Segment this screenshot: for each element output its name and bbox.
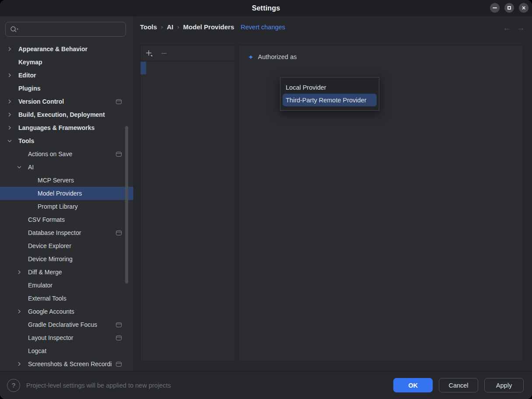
maximize-icon <box>508 6 511 10</box>
window-controls: × <box>490 3 528 13</box>
chevron-toggle[interactable] <box>17 164 28 170</box>
apply-button[interactable]: Apply <box>484 378 524 392</box>
sidebar-item-layout-inspector[interactable]: Layout Inspector <box>0 331 133 344</box>
sidebar-item-label: Prompt Library <box>38 203 78 210</box>
close-button[interactable]: × <box>519 3 528 13</box>
sidebar-item-label: Languages & Frameworks <box>18 124 94 131</box>
chevron-down-icon <box>17 164 22 170</box>
chevron-down-icon <box>7 138 12 144</box>
chevron-toggle[interactable] <box>17 270 28 275</box>
minus-icon <box>161 50 168 57</box>
remove-provider-button[interactable] <box>160 49 168 57</box>
add-provider-button[interactable] <box>145 49 153 57</box>
sidebar-item-label: Google Accounts <box>28 308 74 315</box>
ok-button[interactable]: OK <box>393 378 433 392</box>
sidebar-item-label: Gradle Declarative Focus <box>28 321 97 328</box>
settings-sidebar: Appearance & BehaviorKeymapEditorPlugins… <box>0 16 134 371</box>
project-settings-icon <box>116 336 122 340</box>
sidebar-item-label: MCP Servers <box>38 177 74 184</box>
sidebar-item-label: Device Explorer <box>28 242 71 249</box>
sidebar-item-label: AI <box>28 164 34 171</box>
breadcrumb-model-providers[interactable]: Model Providers <box>183 23 234 31</box>
sidebar-item-label: Actions on Save <box>28 150 72 158</box>
chevron-toggle[interactable] <box>7 99 18 104</box>
sidebar-item-diff-merge[interactable]: Diff & Merge <box>0 266 133 279</box>
breadcrumb-tools[interactable]: Tools <box>140 23 157 31</box>
revert-changes-link[interactable]: Revert changes <box>241 24 285 31</box>
sidebar-item-version-control[interactable]: Version Control <box>0 95 133 108</box>
sidebar-item-logcat[interactable]: Logcat <box>0 344 133 357</box>
sidebar-item-label: Version Control <box>18 98 64 105</box>
sidebar-item-label: Diff & Merge <box>28 269 62 276</box>
chevron-toggle[interactable] <box>7 112 18 117</box>
chevron-toggle[interactable] <box>7 138 18 144</box>
search-icon <box>10 26 19 33</box>
sidebar-item-csv-formats[interactable]: CSV Formats <box>0 213 133 226</box>
sidebar-item-label: Emulator <box>28 282 52 289</box>
breadcrumb-separator-icon: › <box>177 24 179 30</box>
sidebar-item-label: Build, Execution, Deployment <box>18 111 105 118</box>
sidebar-item-plugins[interactable]: Plugins <box>0 82 133 95</box>
sidebar-item-device-mirroring[interactable]: Device Mirroring <box>0 252 133 266</box>
sidebar-item-actions-on-save[interactable]: Actions on Save <box>0 147 133 161</box>
sidebar-item-ai[interactable]: AI <box>0 161 133 174</box>
sidebar-item-tools[interactable]: Tools <box>0 134 133 147</box>
chevron-toggle[interactable] <box>17 309 28 314</box>
sidebar-item-editor[interactable]: Editor <box>0 69 133 82</box>
sidebar-item-label: Layout Inspector <box>28 334 74 341</box>
sidebar-item-prompt-library[interactable]: Prompt Library <box>0 200 133 213</box>
sidebar-item-label: Database Inspector <box>28 229 81 236</box>
authorized-row: ✦ Authorized as <box>239 46 523 60</box>
back-arrow-icon[interactable]: ← <box>503 22 511 34</box>
cancel-button[interactable]: Cancel <box>439 378 478 392</box>
sidebar-item-label: External Tools <box>28 295 66 302</box>
sidebar-item-label: Appearance & Behavior <box>18 46 88 52</box>
popup-item-local-provider[interactable]: Local Provider <box>280 81 379 94</box>
footer-bar: ? Project-level settings will be applied… <box>0 371 532 399</box>
chevron-toggle[interactable] <box>17 361 28 367</box>
sidebar-item-label: Screenshots & Screen Recordi <box>28 360 112 368</box>
plus-icon <box>145 49 153 57</box>
minimize-button[interactable] <box>490 3 500 13</box>
sidebar-item-build-execution-deployment[interactable]: Build, Execution, Deployment <box>0 108 133 121</box>
sidebar-item-database-inspector[interactable]: Database Inspector <box>0 226 133 239</box>
sidebar-item-label: Editor <box>18 72 36 79</box>
settings-dialog: Settings × Appearance & BehaviorKeymapEd… <box>0 0 532 399</box>
search-input[interactable] <box>5 22 126 37</box>
minimize-icon <box>493 7 497 8</box>
forward-arrow-icon[interactable]: → <box>517 22 525 34</box>
window-title: Settings <box>252 4 280 12</box>
sidebar-item-gradle-declarative-focus[interactable]: Gradle Declarative Focus <box>0 318 133 331</box>
sidebar-item-device-explorer[interactable]: Device Explorer <box>0 239 133 252</box>
sidebar-item-appearance-behavior[interactable]: Appearance & Behavior <box>0 42 133 56</box>
sidebar-item-languages-frameworks[interactable]: Languages & Frameworks <box>0 121 133 134</box>
chevron-toggle[interactable] <box>7 73 18 78</box>
settings-tree: Appearance & BehaviorKeymapEditorPlugins… <box>0 42 133 371</box>
sidebar-item-label: CSV Formats <box>28 216 65 223</box>
maximize-button[interactable] <box>504 3 514 13</box>
chevron-right-icon <box>7 99 12 104</box>
sidebar-item-label: Logcat <box>28 347 46 354</box>
main-content: Tools › AI › Model Providers Revert chan… <box>134 16 532 371</box>
sidebar-scrollbar[interactable] <box>125 126 128 284</box>
sidebar-item-keymap[interactable]: Keymap <box>0 56 133 69</box>
project-settings-icon <box>116 362 122 367</box>
selected-provider-row[interactable] <box>140 62 146 74</box>
chevron-toggle[interactable] <box>7 125 18 130</box>
help-button[interactable]: ? <box>7 379 20 392</box>
chevron-right-icon <box>7 125 12 130</box>
sidebar-item-mcp-servers[interactable]: MCP Servers <box>0 174 133 187</box>
sidebar-item-screenshots-screen-recordi[interactable]: Screenshots & Screen Recordi <box>0 357 133 371</box>
chevron-toggle[interactable] <box>7 46 18 52</box>
breadcrumb: Tools › AI › Model Providers Revert chan… <box>140 23 285 31</box>
sidebar-item-external-tools[interactable]: External Tools <box>0 292 133 305</box>
sidebar-item-label: Tools <box>18 137 34 144</box>
chevron-right-icon <box>17 361 22 367</box>
sidebar-item-label: Keymap <box>18 59 42 66</box>
sidebar-item-google-accounts[interactable]: Google Accounts <box>0 305 133 318</box>
popup-item-third-party-remote-provider[interactable]: Third-Party Remote Provider <box>283 94 377 106</box>
project-settings-icon <box>116 152 122 157</box>
sidebar-item-emulator[interactable]: Emulator <box>0 279 133 292</box>
sidebar-item-model-providers[interactable]: Model Providers <box>0 187 133 200</box>
breadcrumb-ai[interactable]: AI <box>167 23 173 31</box>
